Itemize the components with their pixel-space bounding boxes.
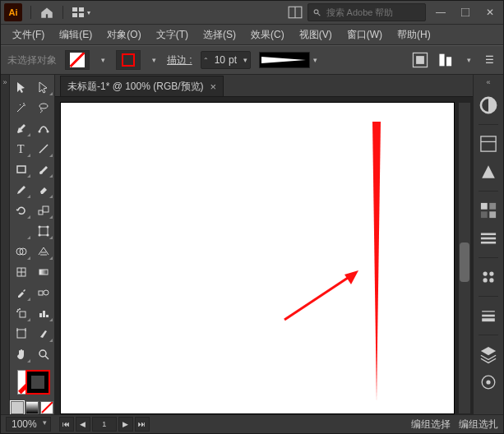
- artboard-tool-icon[interactable]: [12, 325, 31, 343]
- shape-panel-icon[interactable]: [478, 161, 499, 182]
- zoom-tool-icon[interactable]: [34, 345, 53, 363]
- align-dropdown[interactable]: ▾: [464, 53, 474, 67]
- status-bar: 100% ⏮ ◀ 1 ▶ ⏭ 编组选择 编组选扎: [1, 414, 503, 433]
- svg-rect-2: [72, 13, 77, 17]
- eyedropper-tool-icon[interactable]: [12, 284, 31, 302]
- color-mode-solid[interactable]: [11, 401, 24, 414]
- brush-definition[interactable]: [259, 52, 310, 68]
- menu-edit[interactable]: 编辑(E): [53, 25, 99, 44]
- arrange-docs-icon[interactable]: [288, 5, 303, 20]
- next-artboard-button[interactable]: ▶: [118, 417, 133, 432]
- artboard-canvas[interactable]: [60, 102, 455, 414]
- menu-type[interactable]: 文字(T): [150, 25, 195, 44]
- fill-swatch[interactable]: [65, 50, 90, 70]
- last-artboard-button[interactable]: ⏭: [135, 417, 150, 432]
- vertical-scrollbar[interactable]: [458, 102, 471, 414]
- rectangle-tool-icon[interactable]: [12, 160, 31, 178]
- color-mode-gradient[interactable]: [25, 401, 39, 414]
- stroke-weight-dropdown[interactable]: ▾: [240, 53, 250, 67]
- hand-tool-icon[interactable]: [12, 345, 31, 363]
- svg-rect-52: [481, 203, 488, 210]
- svg-rect-18: [17, 166, 25, 173]
- prev-artboard-button[interactable]: ◀: [76, 417, 90, 432]
- lasso-tool-icon[interactable]: [34, 99, 53, 117]
- search-box[interactable]: [307, 3, 426, 21]
- svg-point-15: [46, 131, 49, 133]
- magic-wand-tool-icon[interactable]: [12, 99, 31, 117]
- svg-marker-46: [372, 122, 381, 401]
- menu-select[interactable]: 选择(S): [197, 25, 243, 44]
- width-tool-icon[interactable]: [12, 222, 31, 240]
- menu-help[interactable]: 帮助(H): [391, 25, 437, 44]
- stroke-swatch[interactable]: [116, 50, 141, 70]
- appearance-panel-icon[interactable]: [478, 372, 499, 393]
- column-graph-tool-icon[interactable]: [34, 304, 53, 322]
- libraries-panel-icon[interactable]: [478, 133, 499, 155]
- type-tool-icon[interactable]: T: [12, 140, 31, 158]
- swatches-panel-icon[interactable]: [478, 200, 499, 221]
- selection-tool-icon[interactable]: [12, 78, 31, 96]
- stroke-weight-stepper[interactable]: ⌃: [201, 57, 211, 64]
- menu-file[interactable]: 文件(F): [6, 25, 51, 44]
- fill-dropdown[interactable]: ▾: [98, 53, 108, 67]
- zoom-level[interactable]: 100%: [6, 417, 51, 432]
- svg-point-44: [39, 350, 46, 357]
- perspective-grid-tool-icon[interactable]: [34, 242, 53, 261]
- close-button[interactable]: ✕: [480, 4, 500, 21]
- color-panel-icon[interactable]: [478, 95, 499, 116]
- rotate-tool-icon[interactable]: [12, 201, 31, 219]
- close-tab-icon[interactable]: ×: [210, 81, 217, 93]
- left-gutter[interactable]: »: [1, 75, 10, 414]
- maximize-button[interactable]: [455, 4, 475, 21]
- brush-dropdown[interactable]: ▾: [310, 53, 320, 67]
- default-fill-stroke-icon[interactable]: [14, 386, 22, 395]
- control-bar-menu-icon[interactable]: ☰: [482, 51, 497, 69]
- layers-panel-icon[interactable]: [478, 344, 499, 365]
- align-artboard-icon[interactable]: [411, 51, 429, 69]
- first-artboard-button[interactable]: ⏮: [59, 417, 74, 432]
- symbol-sprayer-tool-icon[interactable]: [12, 304, 31, 322]
- menu-object[interactable]: 对象(O): [100, 25, 147, 44]
- shape-builder-tool-icon[interactable]: [12, 242, 31, 261]
- brushes-panel-icon[interactable]: [478, 228, 499, 249]
- free-transform-tool-icon[interactable]: [34, 222, 53, 240]
- app-logo: Ai: [4, 3, 22, 21]
- eraser-tool-icon[interactable]: [34, 181, 53, 199]
- minimize-button[interactable]: —: [431, 4, 451, 21]
- home-icon[interactable]: [39, 5, 54, 20]
- workspace-dropdown[interactable]: ▾: [72, 5, 91, 20]
- fill-stroke-indicator[interactable]: ⤾: [16, 370, 49, 391]
- stroke-weight-input[interactable]: ⌃ 10 pt ▾: [201, 51, 251, 69]
- menu-view[interactable]: 视图(V): [293, 25, 339, 44]
- menu-window[interactable]: 窗口(W): [340, 25, 389, 44]
- pencil-tool-icon[interactable]: [12, 181, 31, 199]
- slice-tool-icon[interactable]: [34, 325, 53, 343]
- mesh-tool-icon[interactable]: [12, 263, 31, 281]
- stroke-panel-icon[interactable]: [478, 305, 499, 326]
- search-input[interactable]: [325, 7, 420, 18]
- stroke-weight-unit: pt: [229, 54, 240, 66]
- stroke-label[interactable]: 描边 :: [167, 53, 192, 67]
- direct-selection-tool-icon[interactable]: [34, 78, 53, 96]
- curvature-tool-icon[interactable]: [34, 119, 53, 137]
- stroke-dropdown[interactable]: ▾: [149, 53, 159, 67]
- svg-rect-0: [72, 7, 77, 12]
- paintbrush-tool-icon[interactable]: [34, 160, 53, 178]
- line-tool-icon[interactable]: [34, 140, 53, 158]
- menu-effect[interactable]: 效果(C): [244, 25, 291, 44]
- align-panel-icon[interactable]: [437, 51, 455, 69]
- artboard-nav: ⏮ ◀ 1 ▶ ⏭: [59, 417, 150, 432]
- collapse-left-icon[interactable]: »: [2, 78, 7, 86]
- stroke-indicator[interactable]: [27, 372, 49, 393]
- collapse-right-icon[interactable]: «: [486, 78, 490, 86]
- blend-tool-icon[interactable]: [34, 284, 53, 302]
- pen-tool-icon[interactable]: [12, 119, 31, 137]
- artboard-number[interactable]: 1: [92, 417, 117, 432]
- scale-tool-icon[interactable]: [34, 201, 53, 219]
- svg-point-67: [486, 380, 490, 384]
- gradient-tool-icon[interactable]: [34, 263, 53, 281]
- document-tab[interactable]: 未标题-1* @ 100% (RGB/预览) ×: [60, 76, 224, 96]
- color-mode-none[interactable]: [40, 401, 53, 414]
- scrollbar-thumb[interactable]: [460, 242, 469, 282]
- symbols-panel-icon[interactable]: [478, 266, 499, 288]
